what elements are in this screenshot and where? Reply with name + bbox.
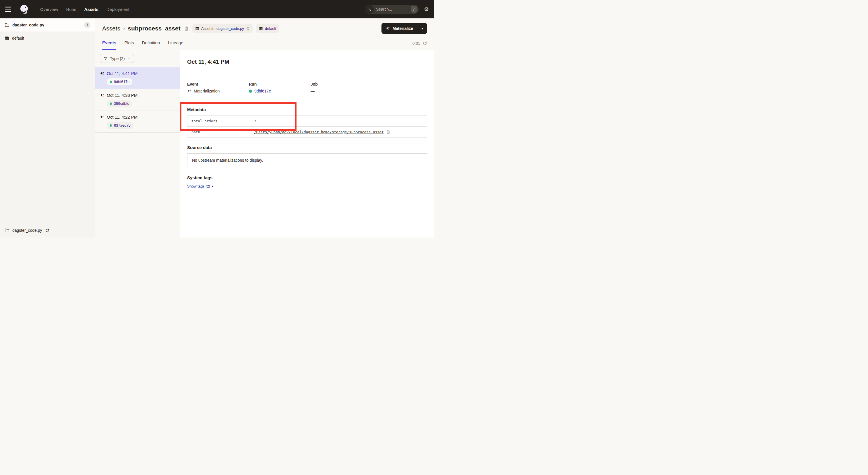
- metadata-key: total_orders: [187, 116, 250, 126]
- run-id: 359cdbfc: [114, 101, 129, 106]
- event-list-item[interactable]: Oct 11, 4:41 PM 9dbf617e: [95, 67, 180, 89]
- metadata-key: path: [187, 127, 250, 137]
- materialize-button-group: Materialize ▾: [381, 23, 427, 34]
- sidebar-item-label: default: [12, 36, 24, 40]
- copy-path-icon[interactable]: [386, 130, 391, 134]
- event-list-item[interactable]: Oct 11, 4:33 PM 359cdbfc: [95, 89, 180, 111]
- metadata-row: total_orders 2: [187, 116, 427, 127]
- refresh-countdown: 0:05: [412, 41, 420, 46]
- asset-group-icon: [5, 36, 9, 40]
- run-id: 637aed75: [114, 123, 131, 127]
- breadcrumb-separator: ›: [123, 25, 125, 32]
- tab-lineage[interactable]: Lineage: [168, 40, 183, 50]
- show-tags-label: Show tags (2): [187, 184, 210, 188]
- metadata-row: path /Users/yuhan/dev/local/dagster_home…: [187, 127, 427, 137]
- run-status-dot: [110, 102, 112, 105]
- event-timestamp: Oct 11, 4:41 PM: [107, 71, 137, 76]
- breadcrumb-assets-link[interactable]: Assets: [102, 25, 120, 32]
- breadcrumb: Assets › subprocess_asset: [102, 25, 181, 32]
- refresh-icon[interactable]: [423, 41, 427, 46]
- copy-asset-name-icon[interactable]: [184, 26, 189, 31]
- sidebar-item-label: dagster_code.py: [12, 23, 44, 27]
- asset-name: subprocess_asset: [128, 25, 180, 32]
- search-box[interactable]: /: [365, 5, 419, 14]
- reload-icon[interactable]: [246, 27, 250, 30]
- sidebar-item-default-group[interactable]: default: [0, 32, 95, 44]
- run-status-dot: [249, 90, 252, 93]
- tab-events[interactable]: Events: [102, 40, 116, 50]
- tab-definition[interactable]: Definition: [142, 40, 160, 50]
- folder-icon: [5, 228, 9, 233]
- event-type-value: Materialization: [194, 89, 220, 93]
- run-id-pill[interactable]: 359cdbfc: [107, 100, 132, 107]
- metadata-heading: Metadata: [187, 107, 427, 112]
- asset-tabs: Events Plots Definition Lineage 0:05: [102, 40, 427, 50]
- nav-item-assets[interactable]: Assets: [84, 7, 98, 12]
- materialization-sparkle-icon: [187, 89, 191, 93]
- search-icon: [365, 5, 374, 14]
- event-column-label: Event: [187, 82, 249, 86]
- run-status-dot: [110, 81, 112, 83]
- source-data-heading: Source data: [187, 145, 427, 150]
- dagster-logo[interactable]: [19, 4, 29, 14]
- job-empty-value: —: [311, 89, 315, 93]
- asset-group-icon: [259, 26, 263, 30]
- divider: [187, 76, 427, 76]
- system-tags-heading: System tags: [187, 175, 427, 180]
- event-detail-panel: Oct 11, 4:41 PM Event Materialization Ru…: [180, 50, 434, 237]
- nav-item-deployment[interactable]: Deployment: [106, 7, 129, 12]
- sidebar-footer-label: dagster_code.py: [12, 228, 42, 233]
- materialization-sparkle-icon: [100, 71, 104, 76]
- run-id-pill[interactable]: 637aed75: [107, 122, 133, 129]
- source-data-empty-state: No upstream materializations to display.: [187, 153, 427, 167]
- metadata-row-end-cell: [419, 127, 427, 137]
- top-nav: Overview Runs Assets Deployment / ⚙: [0, 0, 434, 19]
- sparkle-icon: [385, 26, 390, 31]
- event-timestamp: Oct 11, 4:33 PM: [107, 93, 137, 98]
- group-tag-label[interactable]: default: [265, 26, 276, 31]
- run-id: 9dbf617e: [114, 80, 129, 84]
- materialization-sparkle-icon: [100, 115, 104, 119]
- gear-icon[interactable]: ⚙: [424, 7, 429, 12]
- run-id-pill[interactable]: 9dbf617e: [107, 79, 132, 85]
- tab-plots[interactable]: Plots: [124, 40, 134, 50]
- type-filter-label: Type (2): [110, 56, 125, 61]
- metadata-path-link[interactable]: /Users/yuhan/dev/local/dagster_home/stor…: [254, 130, 384, 134]
- code-location-link[interactable]: dagster_code.py: [216, 26, 244, 31]
- asset-sidebar: dagster_code.py 1 default dagster_code.p…: [0, 19, 95, 237]
- asset-count-badge: 1: [84, 22, 90, 28]
- event-list-item[interactable]: Oct 11, 4:22 PM 637aed75: [95, 111, 180, 133]
- sidebar-item-code-location[interactable]: dagster_code.py 1: [0, 19, 95, 32]
- materialize-button[interactable]: Materialize: [381, 23, 417, 34]
- group-tag[interactable]: default: [256, 24, 279, 33]
- metadata-section: Metadata total_orders 2 path /Users/yuha…: [187, 107, 427, 138]
- chevron-down-icon: [127, 57, 130, 60]
- system-tags-section: System tags Show tags (2) ▾: [187, 175, 427, 189]
- folder-icon: [5, 23, 9, 28]
- filter-icon: [104, 57, 107, 61]
- event-timestamp: Oct 11, 4:22 PM: [107, 115, 137, 119]
- metadata-table: total_orders 2 path /Users/yuhan/dev/loc…: [187, 115, 427, 138]
- search-input[interactable]: [374, 7, 411, 11]
- metadata-row-end-cell: [419, 116, 427, 126]
- nav-item-runs[interactable]: Runs: [66, 7, 76, 12]
- reload-icon[interactable]: [45, 228, 50, 233]
- type-filter-button[interactable]: Type (2): [100, 54, 134, 63]
- run-status-dot: [110, 124, 112, 127]
- materialization-sparkle-icon: [100, 93, 104, 98]
- event-detail-title: Oct 11, 4:41 PM: [187, 57, 427, 66]
- metadata-value: 2: [254, 119, 256, 123]
- asset-grid-icon: [195, 26, 199, 30]
- sidebar-footer-code-location[interactable]: dagster_code.py: [0, 223, 95, 237]
- search-shortcut-badge: /: [411, 6, 417, 12]
- asset-header: Assets › subprocess_asset Asset in dagst…: [95, 19, 434, 50]
- run-column-label: Run: [249, 82, 311, 86]
- hamburger-menu-icon[interactable]: [5, 3, 17, 15]
- caret-down-icon: ▾: [212, 185, 213, 188]
- asset-in-tag[interactable]: Asset in dagster_code.py: [192, 24, 253, 33]
- run-id-link[interactable]: 9dbf617e: [254, 89, 271, 93]
- source-data-section: Source data No upstream materializations…: [187, 145, 427, 167]
- materialize-dropdown-button[interactable]: ▾: [417, 23, 427, 34]
- show-tags-toggle[interactable]: Show tags (2) ▾: [187, 184, 213, 188]
- nav-item-overview[interactable]: Overview: [40, 7, 58, 12]
